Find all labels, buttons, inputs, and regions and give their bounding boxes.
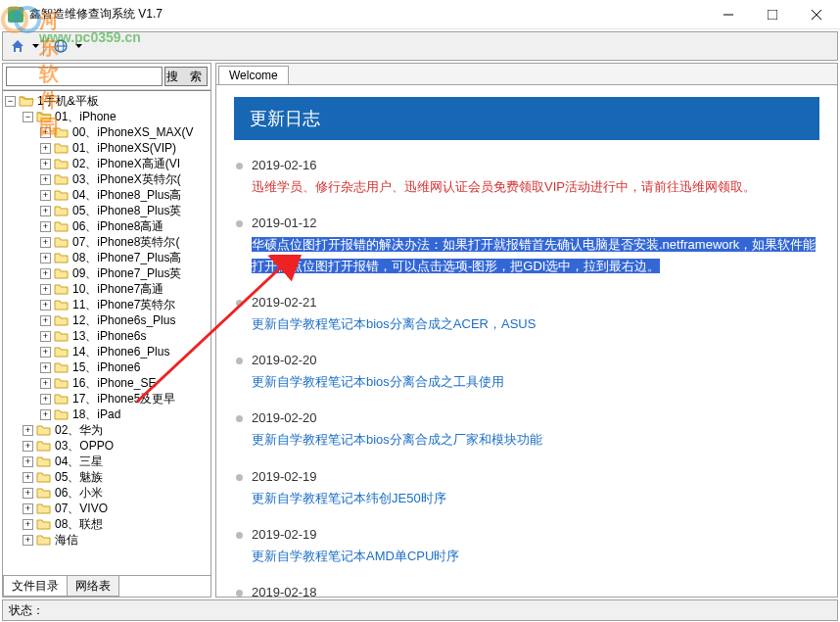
tree-label: 04、iPhone8_Plus高: [72, 187, 181, 204]
tree-item[interactable]: +17、iPhone5及更早: [5, 391, 209, 407]
log-date: 2019-01-12: [252, 215, 819, 230]
tree-item[interactable]: +02、华为: [5, 422, 209, 438]
log-text[interactable]: 更新自学教程笔记本bios分离合成之ACER，ASUS: [252, 313, 819, 335]
tree-view[interactable]: −1手机&平板−01、iPhone+00、iPhoneXS_MAX(V+01、i…: [3, 90, 210, 575]
tree-label: 12、iPhone6s_Plus: [72, 312, 175, 329]
tree-item[interactable]: +06、iPhone8高通: [5, 218, 209, 234]
tree-item[interactable]: −01、iPhone: [5, 109, 209, 124]
log-date: 2019-02-19: [252, 527, 819, 542]
tree-item[interactable]: +07、VIVO: [5, 501, 209, 516]
tree-item[interactable]: +09、iPhone7_Plus英: [5, 265, 209, 281]
tree-label: 13、iPhone6s: [72, 328, 146, 345]
tree-expander[interactable]: +: [23, 503, 33, 514]
tree-label: 02、华为: [55, 422, 103, 439]
tree-expander[interactable]: +: [40, 409, 51, 420]
tree-item[interactable]: +11、iPhone7英特尔: [5, 297, 209, 312]
tree-item[interactable]: −1手机&平板: [5, 93, 209, 109]
tree-item[interactable]: +01、iPhoneXS(VIP): [5, 140, 209, 156]
tab-welcome[interactable]: Welcome: [218, 66, 289, 84]
log-entry: 2019-02-19更新自学教程笔记本AMD单CPU时序: [234, 527, 819, 567]
content-area[interactable]: 更新日志 2019-02-16迅维学员、修行杂志用户、迅维网认证会员免费领取VI…: [216, 85, 837, 597]
tree-item[interactable]: +18、iPad: [5, 407, 209, 422]
tree-label: 07、iPhone8英特尔(: [72, 234, 179, 251]
minimize-button[interactable]: [706, 0, 750, 28]
tree-expander[interactable]: +: [40, 127, 51, 138]
tree-expander[interactable]: +: [23, 441, 33, 452]
tree-expander[interactable]: +: [23, 456, 33, 467]
tree-expander[interactable]: +: [40, 221, 51, 232]
close-button[interactable]: [794, 0, 838, 28]
tree-item[interactable]: +02、iPhoneX高通(VI: [5, 156, 209, 171]
tree-expander[interactable]: +: [40, 331, 51, 342]
tree-item[interactable]: +07、iPhone8英特尔(: [5, 234, 209, 250]
window-title: 鑫智造维修查询系统 V1.7: [29, 6, 706, 23]
maximize-button[interactable]: [750, 0, 794, 28]
tree-expander[interactable]: +: [40, 268, 51, 279]
tree-expander[interactable]: +: [40, 190, 51, 201]
tree-item[interactable]: +10、iPhone7高通: [5, 281, 209, 297]
search-input[interactable]: [6, 67, 163, 86]
chevron-down-icon[interactable]: [32, 44, 39, 48]
tree-expander[interactable]: +: [40, 284, 51, 295]
log-date: 2019-02-16: [252, 158, 819, 172]
chevron-down-icon[interactable]: [75, 44, 82, 48]
tree-expander[interactable]: +: [40, 362, 51, 373]
search-button[interactable]: 搜 索: [164, 67, 208, 86]
tree-item[interactable]: +12、iPhone6s_Plus: [5, 312, 209, 328]
log-text[interactable]: 更新自学教程笔记本AMD单CPU时序: [252, 546, 819, 567]
tab-net-table[interactable]: 网络表: [67, 576, 119, 597]
left-panel: 搜 索 −1手机&平板−01、iPhone+00、iPhoneXS_MAX(V+…: [2, 63, 211, 598]
tree-expander[interactable]: +: [40, 143, 51, 154]
tree-item[interactable]: +04、三星: [5, 454, 209, 469]
tree-expander[interactable]: +: [40, 174, 51, 185]
tree-expander[interactable]: +: [40, 300, 51, 311]
tree-expander[interactable]: +: [40, 206, 51, 216]
toolbar-home-button[interactable]: [5, 34, 30, 58]
tree-item[interactable]: +03、iPhoneX英特尔(: [5, 171, 209, 187]
tree-expander[interactable]: +: [23, 535, 33, 546]
titlebar: 鑫智造维修查询系统 V1.7: [0, 0, 840, 29]
section-heading: 更新日志: [234, 97, 819, 140]
tree-expander[interactable]: +: [23, 488, 33, 499]
tree-expander[interactable]: +: [40, 347, 51, 358]
tree-expander[interactable]: +: [40, 378, 51, 389]
log-text[interactable]: 更新自学教程笔记本bios分离合成之厂家和模块功能: [252, 429, 819, 451]
tree-item[interactable]: +16、iPhone_SE: [5, 375, 209, 391]
log-entry: 2019-02-20更新自学教程笔记本bios分离合成之工具使用: [234, 353, 819, 393]
tree-expander[interactable]: +: [23, 519, 33, 530]
tree-item[interactable]: +04、iPhone8_Plus高: [5, 187, 209, 203]
tree-expander[interactable]: +: [23, 425, 33, 436]
tree-expander[interactable]: +: [40, 394, 51, 405]
tree-label: 11、iPhone7英特尔: [72, 297, 175, 313]
tab-file-directory[interactable]: 文件目录: [3, 576, 68, 597]
tree-label: 07、VIVO: [55, 501, 108, 517]
log-text: 迅维学员、修行杂志用户、迅维网认证会员免费领取VIP活动进行中，请前往迅维网领取…: [252, 176, 819, 198]
tree-label: 06、iPhone8高通: [72, 218, 163, 235]
tree-expander[interactable]: −: [23, 112, 33, 122]
log-date: 2019-02-19: [252, 469, 819, 484]
log-text[interactable]: 更新自学教程笔记本bios分离合成之工具使用: [252, 371, 819, 393]
log-text: 华硕点位图打开报错的解决办法：如果打开就报错首先确认电脑是否安装.netfram…: [252, 237, 816, 273]
tree-item[interactable]: +海信: [5, 532, 209, 548]
tree-expander[interactable]: +: [40, 237, 51, 248]
tree-item[interactable]: +06、小米: [5, 485, 209, 501]
tree-item[interactable]: +14、iPhone6_Plus: [5, 344, 209, 359]
log-entry: 2019-02-20更新自学教程笔记本bios分离合成之厂家和模块功能: [234, 410, 819, 451]
tree-item[interactable]: +00、iPhoneXS_MAX(V: [5, 124, 209, 140]
tree-item[interactable]: +05、魅族: [5, 469, 209, 485]
tree-item[interactable]: +08、联想: [5, 516, 209, 532]
tree-expander[interactable]: +: [40, 253, 51, 263]
tree-item[interactable]: +15、iPhone6: [5, 359, 209, 375]
log-text[interactable]: 更新自学教程笔记本纬创JE50时序: [252, 488, 819, 509]
tree-label: 1手机&平板: [37, 93, 99, 110]
tree-item[interactable]: +08、iPhone7_Plus高: [5, 250, 209, 265]
tree-expander[interactable]: −: [5, 96, 16, 107]
tree-expander[interactable]: +: [40, 315, 51, 326]
log-entry: 2019-02-18更新自学教程笔记本苹果A1418时序: [234, 585, 819, 597]
tree-item[interactable]: +05、iPhone8_Plus英: [5, 203, 209, 218]
toolbar-globe-button[interactable]: [48, 34, 73, 58]
tree-item[interactable]: +13、iPhone6s: [5, 328, 209, 344]
tree-expander[interactable]: +: [23, 472, 33, 483]
tree-item[interactable]: +03、OPPO: [5, 438, 209, 454]
tree-expander[interactable]: +: [40, 159, 51, 169]
